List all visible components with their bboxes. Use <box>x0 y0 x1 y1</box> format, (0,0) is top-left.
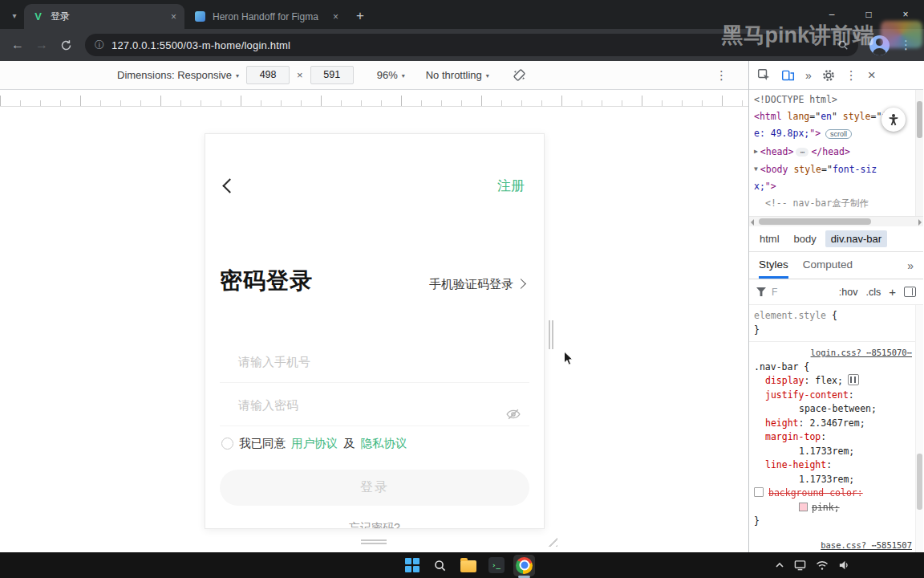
search-icon[interactable] <box>837 39 849 51</box>
start-button[interactable] <box>401 555 423 576</box>
accessibility-helper-button[interactable] <box>881 108 906 132</box>
element-classes-button[interactable]: .cls <box>865 287 881 298</box>
more-tabs-icon[interactable]: » <box>907 259 914 272</box>
styles-pane[interactable]: element.style {}login.css? ⋯8515070⋯.nav… <box>749 305 923 552</box>
tray-volume-icon[interactable] <box>838 560 850 571</box>
code-line: base.css? ⋯5851507 <box>749 539 923 553</box>
sms-login-link[interactable]: 手机验证码登录 <box>429 277 525 296</box>
reload-button[interactable] <box>55 34 77 56</box>
tab-close-icon[interactable]: × <box>171 11 176 22</box>
register-link[interactable]: 注册 <box>497 177 525 195</box>
forward-button[interactable]: → <box>30 34 53 56</box>
minimize-button[interactable]: – <box>813 0 850 29</box>
property-toggle-checkbox[interactable] <box>754 487 764 497</box>
more-panels-icon[interactable]: » <box>805 69 812 82</box>
browser-address-bar: ← → ⓘ 127.0.0.1:5500/03-m-home/login.htm… <box>0 29 924 61</box>
throttling-select[interactable]: No throttling▾ <box>426 69 489 81</box>
password-input[interactable]: 请输入密码 <box>220 385 529 426</box>
styles-tab-bar: Styles Computed » <box>749 252 923 279</box>
flexbox-editor-icon <box>848 374 859 385</box>
device-toolbar-menu-icon[interactable]: ⋮ <box>715 68 727 83</box>
password-placeholder: 请输入密码 <box>238 398 298 412</box>
agree-radio[interactable] <box>221 438 233 450</box>
tab-computed[interactable]: Computed <box>803 252 853 279</box>
new-style-rule-button[interactable]: + <box>889 285 896 299</box>
viewport-height-input[interactable]: 591 <box>310 66 354 84</box>
taskbar-chrome-button[interactable] <box>513 555 535 576</box>
dom-tree-scrollbar[interactable] <box>915 90 923 216</box>
login-button[interactable]: 登录 <box>220 470 529 506</box>
breadcrumb-item[interactable]: div.nav-bar <box>825 230 887 247</box>
dimensions-separator: × <box>297 69 303 81</box>
code-token: : <box>804 375 815 386</box>
close-button[interactable]: × <box>887 0 924 29</box>
dimensions-select[interactable]: Dimensions: Responsive▾ <box>117 69 239 81</box>
browser-menu-icon[interactable]: ⋮ <box>894 38 918 52</box>
styles-scrollbar[interactable] <box>915 305 923 552</box>
search-icon <box>433 559 447 572</box>
code-token: </head> <box>811 146 849 157</box>
code-token: " <box>832 111 843 122</box>
code-token: } <box>754 515 760 527</box>
code-token: ⋯ <box>796 148 808 157</box>
code-token: <body <box>760 164 788 175</box>
breadcrumb-item[interactable]: body <box>788 230 822 247</box>
browser-tab-login[interactable]: V 登录 × <box>24 4 184 29</box>
styles-filter-bar: F :hov .cls + <box>749 279 923 305</box>
viewport-width-input[interactable]: 498 <box>246 66 290 84</box>
site-info-icon[interactable]: ⓘ <box>95 39 104 52</box>
code-token: font-siz <box>833 164 877 175</box>
tab-styles[interactable]: Styles <box>759 252 788 279</box>
privacy-agreement-link[interactable]: 隐私协议 <box>361 436 407 451</box>
filter-input[interactable]: F <box>772 287 777 298</box>
maximize-button[interactable]: □ <box>850 0 887 29</box>
taskbar-file-explorer-button[interactable] <box>457 555 479 576</box>
code-line: } <box>749 324 923 338</box>
tray-chevron-up-icon[interactable] <box>775 560 784 570</box>
new-tab-button[interactable]: + <box>356 9 364 22</box>
rotate-viewport-button[interactable] <box>512 67 527 83</box>
viewport-resize-handle-bottom[interactable] <box>361 539 387 544</box>
breadcrumb-item[interactable]: html <box>754 230 785 247</box>
windows-taskbar: ›_ <box>0 552 924 578</box>
viewport-resize-handle-right[interactable] <box>549 320 553 349</box>
zoom-select[interactable]: 96%▾ <box>377 69 405 81</box>
taskbar-terminal-button[interactable]: ›_ <box>485 555 507 576</box>
user-agreement-link[interactable]: 用户协议 <box>291 436 338 451</box>
dom-tree-horizontal-scrollbar[interactable] <box>749 216 923 226</box>
page-nav-bar: 注册 <box>205 169 544 201</box>
url-bar[interactable]: ⓘ 127.0.0.1:5500/03-m-home/login.html <box>85 34 858 56</box>
inspect-element-icon[interactable] <box>757 68 771 82</box>
code-token: line-height <box>765 459 826 470</box>
code-line: } <box>749 515 923 529</box>
taskbar-search-button[interactable] <box>429 555 451 576</box>
code-token: : <box>799 417 810 429</box>
viewport-resize-handle-corner[interactable] <box>544 533 557 547</box>
code-token: "> <box>765 181 776 192</box>
code-token: : <box>849 389 854 401</box>
tab-close-icon[interactable]: × <box>333 11 338 22</box>
code-token: element.style <box>754 310 826 321</box>
toggle-password-visibility[interactable] <box>505 397 521 439</box>
elements-dom-tree[interactable]: <!DOCTYPE html><html lang="en" style="fe… <box>749 90 923 216</box>
window-controls: – □ × <box>813 0 924 29</box>
forgot-password-link[interactable]: 忘记密码? <box>205 521 544 529</box>
toggle-device-toolbar-icon[interactable] <box>781 68 795 82</box>
tray-wifi-icon[interactable] <box>816 560 829 571</box>
color-swatch <box>799 503 808 511</box>
devtools-close-icon[interactable]: × <box>868 67 876 83</box>
back-button[interactable]: ← <box>6 34 29 56</box>
toggle-element-state-button[interactable]: :hov <box>839 287 858 298</box>
chevron-down-icon: ▾ <box>12 11 16 20</box>
styles-pane-options-icon[interactable] <box>904 287 916 297</box>
devtools-menu-icon[interactable]: ⋮ <box>845 68 857 83</box>
browser-tab-heron[interactable]: Heron Handoff for Figma × <box>186 4 346 29</box>
settings-gear-icon[interactable] <box>822 69 835 82</box>
code-token: x; <box>754 181 765 192</box>
tab-search-button[interactable]: ▾ <box>5 5 24 26</box>
figma-plugin-favicon <box>194 10 206 22</box>
tray-monitor-icon[interactable] <box>794 560 806 571</box>
back-chevron-icon[interactable] <box>222 178 237 193</box>
phone-input[interactable]: 请输入手机号 <box>220 341 529 383</box>
profile-avatar[interactable] <box>869 35 890 55</box>
